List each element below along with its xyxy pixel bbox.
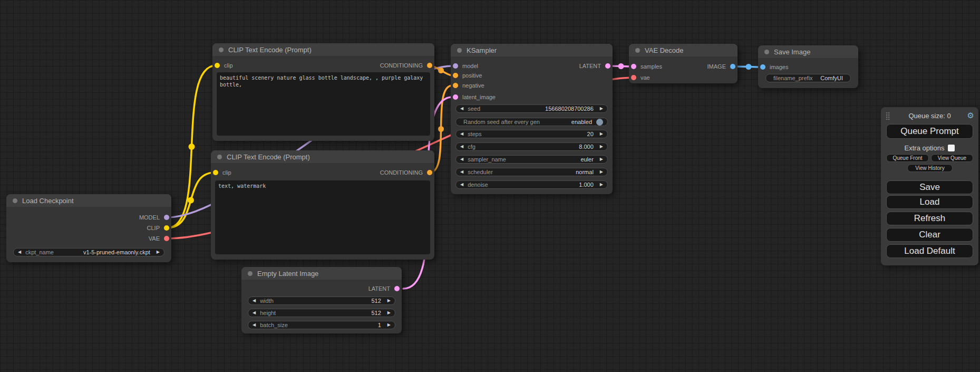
output-latent[interactable]: LATENT [579, 62, 610, 70]
output-latent[interactable]: LATENT [368, 284, 400, 293]
output-image[interactable]: IMAGE [707, 62, 735, 71]
widget-value[interactable]: 156680208700286 [545, 106, 594, 112]
queue-prompt-button[interactable]: Queue Prompt [886, 124, 973, 139]
clip-port-dot[interactable] [164, 225, 169, 231]
widget-value[interactable]: 20 [587, 131, 594, 137]
arrow-right-icon[interactable]: ▶ [387, 299, 391, 303]
node-title-bar[interactable]: KSampler [451, 44, 613, 56]
node-title-bar[interactable]: Empty Latent Image [241, 267, 402, 280]
toggle-value[interactable]: enabled [571, 119, 592, 125]
load-button[interactable]: Load [886, 195, 973, 209]
widget-value[interactable]: 512 [371, 298, 381, 304]
output-conditioning[interactable]: CONDITIONING [380, 168, 432, 177]
clear-button[interactable]: Clear [886, 228, 973, 242]
model-port-dot[interactable] [164, 215, 169, 220]
widget-value[interactable]: v1-5-pruned-emaonly.ckpt [83, 249, 150, 255]
node-collapse-dot[interactable] [13, 198, 17, 203]
latent-port-dot[interactable] [631, 64, 636, 69]
latent-port-dot[interactable] [453, 94, 458, 100]
scheduler-widget[interactable]: ◀ scheduler normal ▶ [455, 168, 608, 176]
positive-prompt-textarea[interactable]: beautiful scenery nature glass bottle la… [217, 72, 430, 136]
arrow-right-icon[interactable]: ▶ [600, 145, 603, 149]
arrow-left-icon[interactable]: ◀ [460, 132, 463, 136]
conditioning-port-dot[interactable] [427, 63, 432, 68]
widget-value[interactable]: 1.000 [579, 182, 594, 188]
node-vae-decode[interactable]: VAE Decode samples vae IMAGE [629, 44, 738, 83]
arrow-left-icon[interactable]: ◀ [253, 299, 256, 303]
arrow-right-icon[interactable]: ▶ [387, 311, 391, 315]
widget-value[interactable]: 1 [378, 322, 381, 328]
denoise-widget[interactable]: ◀ denoise 1.000 ▶ [455, 180, 608, 189]
arrow-right-icon[interactable]: ▶ [157, 250, 160, 254]
output-clip[interactable]: CLIP [147, 224, 169, 232]
vae-port-dot[interactable] [631, 75, 636, 80]
output-vae[interactable]: VAE [149, 234, 169, 243]
widget-value[interactable]: 512 [371, 310, 381, 316]
vae-port-dot[interactable] [164, 236, 169, 241]
arrow-left-icon[interactable]: ◀ [460, 145, 463, 149]
random-seed-toggle[interactable]: Random seed after every gen enabled [455, 118, 608, 126]
arrow-right-icon[interactable]: ▶ [600, 107, 603, 111]
arrow-left-icon[interactable]: ◀ [18, 250, 21, 254]
node-empty-latent-image[interactable]: Empty Latent Image LATENT ◀ width 512 ▶ … [241, 267, 402, 333]
node-collapse-dot[interactable] [219, 47, 224, 52]
node-title-bar[interactable]: Save Image [758, 45, 858, 58]
model-port-dot[interactable] [453, 63, 458, 69]
image-port-dot[interactable] [730, 64, 735, 69]
clip-port-dot[interactable] [215, 63, 220, 68]
save-button[interactable]: Save [886, 180, 973, 194]
input-negative[interactable]: negative [453, 81, 484, 90]
arrow-right-icon[interactable]: ▶ [387, 323, 391, 327]
height-widget[interactable]: ◀ height 512 ▶ [248, 309, 395, 317]
node-save-image[interactable]: Save Image images filename_prefix ComfyU… [758, 45, 858, 88]
latent-port-dot[interactable] [605, 63, 610, 69]
width-widget[interactable]: ◀ width 512 ▶ [248, 297, 395, 305]
output-conditioning[interactable]: CONDITIONING [380, 61, 432, 70]
steps-widget[interactable]: ◀ steps 20 ▶ [455, 130, 608, 138]
toggle-dot[interactable] [596, 119, 603, 126]
sampler-name-widget[interactable]: ◀ sampler_name euler ▶ [455, 155, 608, 164]
node-title-bar[interactable]: CLIP Text Encode (Prompt) [212, 43, 434, 56]
arrow-right-icon[interactable]: ▶ [600, 183, 603, 187]
widget-value[interactable]: ComfyUI [820, 75, 843, 81]
input-samples[interactable]: samples [631, 62, 662, 71]
extra-options-checkbox[interactable] [948, 145, 955, 151]
input-positive[interactable]: positive [453, 71, 482, 80]
ckpt-name-widget[interactable]: ◀ ckpt_name v1-5-pruned-emaonly.ckpt ▶ [13, 248, 164, 256]
node-collapse-dot[interactable] [217, 155, 222, 159]
negative-prompt-textarea[interactable]: text, watermark [215, 180, 430, 254]
clip-port-dot[interactable] [213, 170, 218, 175]
arrow-right-icon[interactable]: ▶ [600, 157, 603, 161]
seed-widget[interactable]: ◀ seed 156680208700286 ▶ [455, 104, 608, 113]
conditioning-port-dot[interactable] [453, 83, 458, 88]
conditioning-port-dot[interactable] [453, 73, 458, 78]
gear-icon[interactable]: ⚙ [967, 110, 974, 121]
arrow-right-icon[interactable]: ▶ [600, 170, 603, 174]
filename-prefix-widget[interactable]: filename_prefix ComfyUI [765, 74, 851, 82]
cfg-widget[interactable]: ◀ cfg 8.000 ▶ [455, 142, 608, 151]
widget-value[interactable]: normal [576, 169, 594, 175]
input-vae[interactable]: vae [631, 73, 650, 82]
input-clip[interactable]: clip [213, 168, 231, 177]
latent-port-dot[interactable] [394, 286, 400, 291]
image-port-dot[interactable] [760, 64, 765, 70]
widget-value[interactable]: euler [580, 156, 593, 163]
arrow-right-icon[interactable]: ▶ [600, 132, 603, 136]
node-collapse-dot[interactable] [635, 48, 640, 53]
input-model[interactable]: model [453, 62, 478, 70]
node-collapse-dot[interactable] [248, 271, 253, 276]
input-clip[interactable]: clip [215, 61, 233, 70]
node-ksampler[interactable]: KSampler model positive negative latent_… [451, 44, 613, 194]
arrow-left-icon[interactable]: ◀ [460, 183, 463, 187]
arrow-left-icon[interactable]: ◀ [253, 311, 256, 315]
view-queue-button[interactable]: View Queue [931, 154, 973, 162]
input-images[interactable]: images [760, 63, 788, 71]
arrow-left-icon[interactable]: ◀ [253, 323, 256, 327]
output-model[interactable]: MODEL [139, 213, 169, 222]
node-graph-canvas[interactable]: Load Checkpoint MODEL CLIP VAE ◀ ckpt_na… [0, 0, 980, 372]
widget-value[interactable]: 8.000 [579, 144, 594, 150]
refresh-button[interactable]: Refresh [886, 212, 973, 225]
node-title-bar[interactable]: VAE Decode [629, 44, 738, 56]
node-collapse-dot[interactable] [764, 50, 769, 54]
input-latent-image[interactable]: latent_image [453, 93, 496, 101]
